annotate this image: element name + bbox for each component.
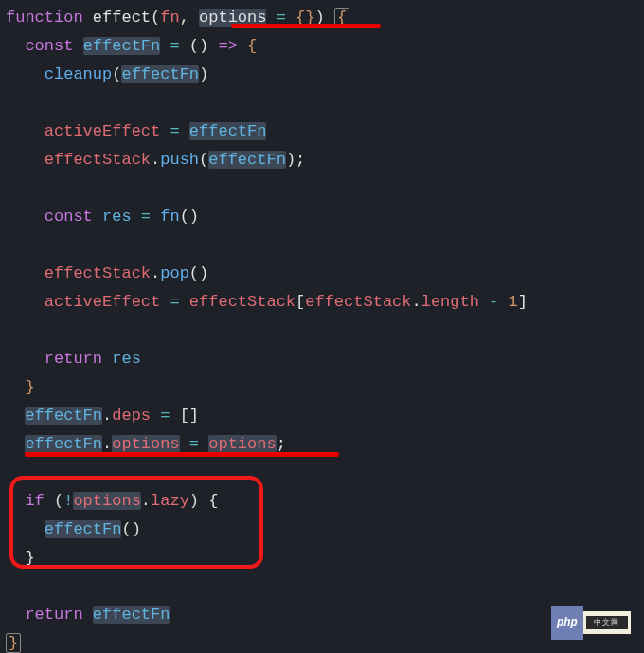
code-token: [] <box>170 407 199 425</box>
code-line: effectStack.pop() <box>6 260 638 288</box>
code-token: effectStack <box>45 151 151 169</box>
code-token <box>6 65 45 83</box>
annotation-red-box-lazy <box>9 476 263 569</box>
code-token: fn <box>160 9 179 27</box>
code-token: ] <box>518 293 528 311</box>
code-token: . <box>411 293 420 311</box>
code-token <box>6 350 45 368</box>
annotation-underline-options-param <box>231 24 381 28</box>
code-token <box>498 293 508 311</box>
code-token <box>6 407 25 425</box>
code-token: activeEffect <box>45 122 170 140</box>
code-token: res <box>102 208 132 226</box>
code-token: options <box>208 435 276 453</box>
code-line <box>6 231 638 260</box>
code-token: const <box>25 37 82 55</box>
code-token: . <box>151 264 160 282</box>
code-token: ( <box>151 9 160 27</box>
code-token: } <box>6 633 21 653</box>
code-token: = <box>170 122 179 140</box>
code-token <box>6 435 25 453</box>
code-token: = <box>170 37 179 55</box>
code-token <box>6 264 45 282</box>
code-line: } <box>6 629 638 653</box>
code-token: , <box>180 9 199 27</box>
code-line: effectStack.push(effectFn); <box>6 146 638 174</box>
code-token: () <box>189 264 208 282</box>
code-line <box>6 572 638 601</box>
code-token: return <box>25 606 92 624</box>
code-token: ); <box>286 151 305 169</box>
code-token: = <box>170 293 179 311</box>
code-token: () <box>180 37 219 55</box>
code-token: ( <box>112 65 121 83</box>
code-line: const effectFn = () => { <box>6 32 638 61</box>
code-token: . <box>102 407 112 425</box>
code-line <box>6 317 638 345</box>
code-line: const res = fn() <box>6 203 638 231</box>
code-token: = <box>141 208 151 226</box>
code-token: - <box>489 293 498 311</box>
code-line <box>6 89 638 118</box>
code-line: return effectFn <box>6 601 638 629</box>
code-token <box>151 407 160 425</box>
code-token: const <box>45 208 102 226</box>
code-line: effectFn.deps = [] <box>6 402 638 430</box>
code-token: effectFn <box>208 151 286 169</box>
code-line: activeEffect = effectFn <box>6 118 638 146</box>
code-token: effectFn <box>189 122 267 140</box>
code-token: fn <box>160 208 179 226</box>
watermark-badge: php 中文网 <box>551 611 631 634</box>
code-token: ( <box>199 151 208 169</box>
code-token <box>160 37 170 55</box>
code-token <box>6 37 25 55</box>
code-token <box>180 122 189 140</box>
code-token: = <box>160 407 170 425</box>
code-line <box>6 174 638 203</box>
code-token: { <box>238 37 257 55</box>
code-token: effectStack <box>45 264 151 282</box>
code-token: length <box>421 293 479 311</box>
code-token: => <box>218 37 237 55</box>
code-token <box>180 293 189 311</box>
code-token: ) <box>199 65 208 83</box>
code-token: effect <box>93 9 151 27</box>
code-token <box>6 293 45 311</box>
code-token: 1 <box>509 293 518 311</box>
code-token: res <box>112 350 141 368</box>
code-token: ; <box>277 435 286 453</box>
code-token: . <box>102 435 112 453</box>
code-token: effectFn <box>25 435 102 453</box>
code-token <box>6 122 45 140</box>
badge-php-label: php <box>551 606 583 640</box>
code-token: function <box>6 9 93 27</box>
code-token: cleanup <box>45 65 112 83</box>
code-token: options <box>112 435 179 453</box>
code-token <box>132 208 141 226</box>
code-token: effectFn <box>93 606 170 624</box>
code-token <box>479 293 489 311</box>
code-token: deps <box>112 407 151 425</box>
code-token: effectFn <box>25 407 102 425</box>
code-token: = <box>189 435 199 453</box>
code-token: activeEffect <box>45 293 170 311</box>
code-token: () <box>180 208 199 226</box>
code-token: return <box>45 350 112 368</box>
code-token <box>6 606 25 624</box>
code-token: effectStack <box>189 293 295 311</box>
code-token: [ <box>295 293 305 311</box>
code-token <box>6 151 45 169</box>
code-token: pop <box>160 264 189 282</box>
code-token <box>199 435 208 453</box>
code-token <box>151 208 160 226</box>
code-line: activeEffect = effectStack[effectStack.l… <box>6 288 638 317</box>
code-token: effectStack <box>305 293 411 311</box>
code-token: . <box>151 151 160 169</box>
code-token <box>6 208 45 226</box>
code-line: } <box>6 373 638 402</box>
code-token <box>180 435 189 453</box>
badge-cn-label: 中文网 <box>586 616 628 629</box>
code-line: cleanup(effectFn) <box>6 61 638 89</box>
code-token: } <box>6 378 35 396</box>
annotation-underline-options-assign <box>25 452 339 457</box>
